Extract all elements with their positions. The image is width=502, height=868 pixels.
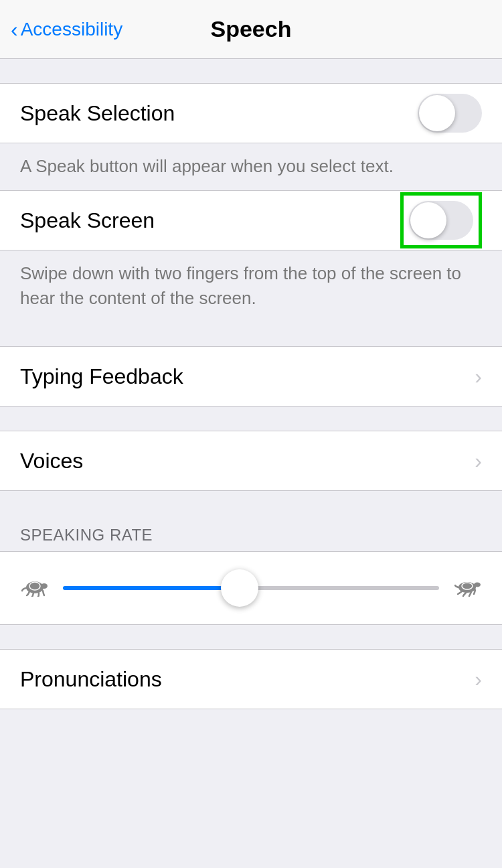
bottom-gap — [0, 709, 502, 810]
page-title: Speech — [211, 16, 292, 42]
svg-point-1 — [41, 583, 48, 589]
speak-screen-toggle[interactable] — [409, 201, 473, 240]
back-button[interactable]: ‹ Accessibility — [11, 19, 122, 40]
pronunciations-chevron-icon: › — [475, 667, 482, 692]
speak-screen-label: Speak Screen — [20, 208, 155, 233]
speak-selection-description: A Speak button will appear when you sele… — [0, 143, 502, 190]
speak-selection-toggle[interactable] — [418, 94, 482, 133]
speak-screen-toggle-highlight — [400, 192, 482, 248]
speak-selection-group: Speak Selection — [0, 83, 502, 143]
speak-screen-description: Swipe down with two fingers from the top… — [0, 250, 502, 322]
speak-screen-row: Speak Screen — [0, 191, 502, 250]
speak-screen-group: Speak Screen — [0, 190, 502, 250]
pronunciations-row[interactable]: Pronunciations › — [0, 650, 502, 709]
back-chevron-icon: ‹ — [11, 19, 18, 40]
speak-screen-toggle-knob — [410, 202, 446, 238]
speaking-rate-slider[interactable] — [63, 568, 439, 608]
pronunciations-label: Pronunciations — [20, 667, 162, 692]
voices-label: Voices — [20, 449, 83, 474]
typing-feedback-chevron-icon: › — [475, 364, 482, 389]
navigation-bar: ‹ Accessibility Speech — [0, 0, 502, 59]
typing-feedback-row[interactable]: Typing Feedback › — [0, 347, 502, 406]
section-gap-5 — [0, 625, 502, 649]
speak-selection-toggle-knob — [419, 95, 455, 131]
section-gap-2 — [0, 322, 502, 346]
speaking-rate-slider-row — [0, 551, 502, 625]
voices-row[interactable]: Voices › — [0, 431, 502, 490]
voices-group: Voices › — [0, 431, 502, 491]
speaking-rate-section-label: SPEAKING RATE — [0, 515, 502, 551]
typing-feedback-label: Typing Feedback — [20, 364, 183, 389]
typing-feedback-group: Typing Feedback › — [0, 346, 502, 407]
speak-selection-label: Speak Selection — [20, 101, 175, 126]
section-gap-1 — [0, 59, 502, 83]
voices-chevron-icon: › — [475, 449, 482, 474]
section-gap-3 — [0, 407, 502, 431]
section-gap-4 — [0, 491, 502, 515]
speak-selection-row: Speak Selection — [0, 84, 502, 143]
turtle-slow-icon — [20, 575, 50, 601]
pronunciations-group: Pronunciations › — [0, 649, 502, 709]
slider-thumb[interactable] — [221, 569, 258, 607]
back-label: Accessibility — [21, 19, 122, 40]
turtle-fast-icon — [452, 575, 482, 601]
